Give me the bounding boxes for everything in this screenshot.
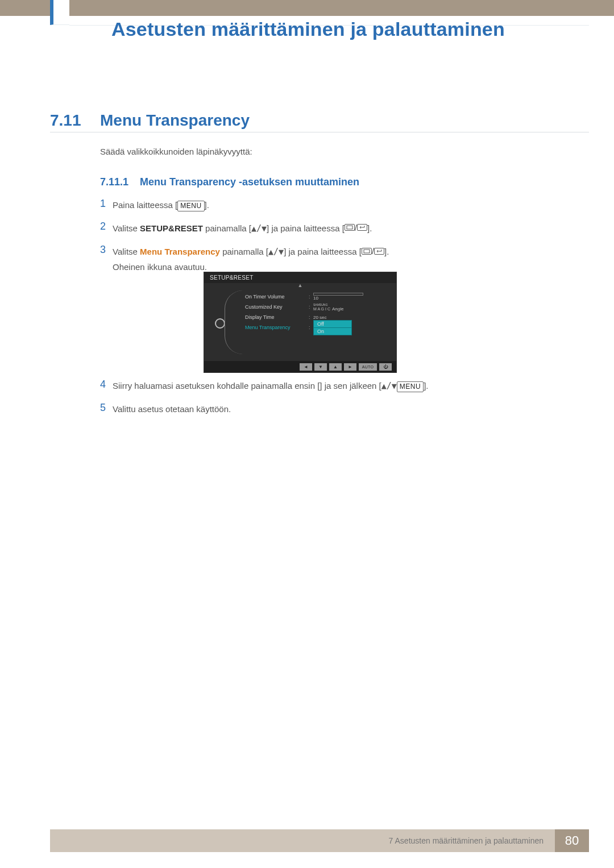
chapter-title: Asetusten määrittäminen ja palauttaminen: [111, 18, 505, 40]
osd-select-option[interactable]: Off: [313, 320, 352, 327]
osd-auto-button[interactable]: AUTO: [359, 363, 377, 371]
step-text: Paina laitteessa [MENU].: [113, 198, 545, 213]
step: 3Valitse Menu Transparency painamalla [▲…: [100, 244, 566, 274]
step-text: Valittu asetus otetaan käyttöön.: [113, 402, 545, 417]
step-number: 4: [100, 379, 113, 391]
source-enter-icon: /: [362, 244, 384, 259]
osd-button-bar: ◄ ▼ ▲ ► AUTO ⏻: [204, 361, 396, 372]
steps-list: 1Paina laitteessa [MENU].2Valitse SETUP&…: [100, 198, 566, 282]
step-text: Valitse SETUP&RESET painamalla [▲/▼] ja …: [113, 221, 545, 236]
osd-nav-left-button[interactable]: ◄: [300, 363, 312, 371]
osd-row-label: Customized Key: [245, 304, 309, 310]
step: 5Valittu asetus otetaan käyttöön.: [100, 402, 566, 417]
osd-slider: [313, 293, 363, 296]
footer-page-number: 80: [555, 829, 589, 852]
up-down-arrow-icon: ▲/▼: [251, 222, 267, 236]
page-tab-marker: [50, 0, 69, 25]
osd-curve-decoration: [225, 290, 243, 354]
step-number: 1: [100, 198, 113, 210]
subsection-number: 7.11.1: [100, 176, 128, 188]
osd-nav-up-button[interactable]: ▲: [329, 363, 342, 371]
step-number: 3: [100, 244, 113, 256]
osd-nav-right-button[interactable]: ►: [344, 363, 356, 371]
gear-icon: [215, 318, 225, 329]
osd-value: Angle: [332, 306, 343, 312]
steps-list-continued: 4Siirry haluamasi asetuksen kohdalle pai…: [100, 379, 566, 424]
osd-power-button[interactable]: ⏻: [379, 363, 392, 371]
osd-up-arrow-icon: ▲: [204, 283, 396, 287]
up-down-arrow-icon: ▲/▼: [268, 245, 284, 260]
subsection-title: Menu Transparency -asetuksen muuttaminen: [140, 176, 359, 188]
svg-rect-0: [345, 225, 354, 231]
osd-row: Menu Transparency:OffOn: [245, 322, 391, 333]
page-top-band: [0, 0, 614, 16]
step-number: 2: [100, 221, 113, 232]
page-footer: 7 Asetusten määrittäminen ja palauttamin…: [50, 829, 589, 852]
osd-value: 20 sec: [313, 315, 327, 320]
up-down-arrow-icon: ▲/▼: [381, 379, 397, 394]
step-number: 5: [100, 402, 113, 414]
osd-row-label: Menu Transparency: [245, 325, 309, 330]
step: 1Paina laitteessa [MENU].: [100, 198, 566, 213]
osd-screenshot: SETUP&RESET ▲ On Timer Volume:10Customiz…: [204, 272, 397, 373]
osd-row: On Timer Volume:10: [245, 292, 391, 302]
samsung-magic-icon: SAMSUNGM A G I C: [313, 302, 330, 311]
osd-row-label: On Timer Volume: [245, 294, 309, 300]
section-number: 7.11: [50, 111, 81, 130]
menu-button-label: MENU: [177, 201, 204, 211]
menu-button-label: MENU: [397, 381, 424, 392]
step-text: Siirry haluamasi asetuksen kohdalle pain…: [113, 379, 545, 394]
svg-rect-4: [364, 250, 370, 253]
section-rule: [50, 132, 589, 132]
section-title: Menu Transparency: [100, 111, 250, 130]
source-enter-icon: /: [345, 221, 367, 235]
osd-title: SETUP&RESET: [204, 272, 396, 283]
osd-row-label: Display Time: [245, 314, 309, 320]
osd-nav-down-button[interactable]: ▼: [314, 363, 327, 371]
section-intro: Säädä valikkoikkunoiden läpinäkyvyyttä:: [100, 147, 252, 156]
step: 4Siirry haluamasi asetuksen kohdalle pai…: [100, 379, 566, 394]
step: 2Valitse SETUP&RESET painamalla [▲/▼] ja…: [100, 221, 566, 236]
osd-value: 10: [313, 296, 318, 301]
footer-chapter-text: 7 Asetusten määrittäminen ja palauttamin…: [389, 829, 555, 852]
osd-row: Customized Key:SAMSUNGM A G I CAngle: [245, 302, 391, 312]
svg-rect-3: [362, 248, 371, 254]
step-text: Valitse Menu Transparency painamalla [▲/…: [113, 244, 545, 274]
svg-rect-1: [347, 226, 352, 229]
osd-select-option[interactable]: On: [313, 327, 352, 335]
